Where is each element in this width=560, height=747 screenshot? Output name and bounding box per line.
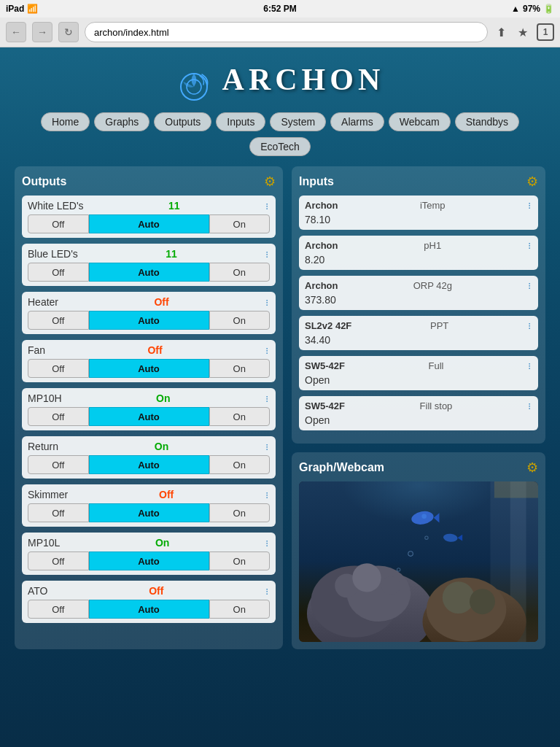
input-sw5-full-filter-icon[interactable]: ⫶ [527, 360, 532, 371]
output-return-row1: Return On ⫶ [28, 441, 270, 452]
white-leds-auto-button[interactable]: Auto [89, 214, 209, 233]
output-skimmer-controls: Off Auto On [28, 503, 270, 522]
outputs-gear-icon[interactable]: ⚙ [264, 174, 276, 190]
input-sl2v2-ppt-name: PPT [430, 320, 448, 331]
output-ato-controls: Off Auto On [28, 600, 270, 619]
heater-on-button[interactable]: On [209, 311, 271, 330]
blue-leds-auto-button[interactable]: Auto [89, 263, 209, 282]
mp10h-auto-button[interactable]: Auto [89, 407, 209, 426]
output-blue-leds-row1: Blue LED's 11 ⫶ [28, 248, 270, 260]
graph-webcam-gear-icon[interactable]: ⚙ [526, 460, 538, 476]
skimmer-auto-button[interactable]: Auto [89, 503, 209, 522]
status-time: 6:52 PM [263, 4, 296, 14]
output-ato-filter-icon[interactable]: ⫶ [265, 586, 270, 597]
mp10h-off-button[interactable]: Off [28, 407, 89, 426]
tab-count[interactable]: 1 [537, 23, 554, 41]
fan-off-button[interactable]: Off [28, 359, 89, 378]
heater-off-button[interactable]: Off [28, 311, 89, 330]
mp10l-on-button[interactable]: On [209, 551, 271, 570]
ato-off-button[interactable]: Off [28, 600, 89, 619]
nav-inputs[interactable]: Inputs [216, 112, 265, 131]
input-sw5-full-name: Full [428, 360, 443, 371]
blue-leds-on-button[interactable]: On [209, 263, 271, 282]
heater-auto-button[interactable]: Auto [89, 311, 209, 330]
input-sw5-fillstop-source: SW5-42F [305, 400, 345, 411]
output-mp10l-filter-icon[interactable]: ⫶ [265, 538, 270, 549]
nav-webcam[interactable]: Webcam [389, 112, 451, 131]
share-button[interactable]: ⬆ [494, 24, 509, 41]
nav-outputs[interactable]: Outputs [154, 112, 211, 131]
page-content: ARCHON Home Graphs Outputs Inputs System… [0, 47, 560, 664]
output-mp10l-controls: Off Auto On [28, 551, 270, 570]
svg-point-15 [470, 589, 495, 614]
back-button[interactable]: ← [6, 22, 26, 42]
fan-on-button[interactable]: On [209, 359, 271, 378]
input-archon-ph1-row1: Archon pH1 ⫶ [305, 240, 532, 251]
output-mp10h-row1: MP10H On ⫶ [28, 392, 270, 404]
input-archon-orp-filter-icon[interactable]: ⫶ [527, 280, 532, 291]
output-fan-filter-icon[interactable]: ⫶ [265, 345, 270, 356]
mp10h-on-button[interactable]: On [209, 407, 271, 426]
inputs-gear-icon[interactable]: ⚙ [526, 174, 538, 190]
nav-ecotech[interactable]: EcoTech [249, 137, 311, 156]
nav-system[interactable]: System [270, 112, 326, 131]
input-archon-itemp-row1: Archon iTemp ⫶ [305, 200, 532, 211]
input-archon-orp-row1: Archon ORP 42g ⫶ [305, 280, 532, 291]
output-blue-leds-filter-icon[interactable]: ⫶ [265, 249, 270, 260]
inputs-panel: Inputs ⚙ Archon iTemp ⫶ 78.10 Archon [292, 166, 545, 444]
browser-actions: ⬆ ★ 1 [494, 23, 554, 41]
status-left: iPad 📶 [6, 4, 38, 14]
input-sw5-fillstop-filter-icon[interactable]: ⫶ [527, 400, 532, 411]
url-bar[interactable]: archon/index.html [85, 22, 488, 42]
nav-standbys[interactable]: Standbys [455, 112, 519, 131]
mp10l-off-button[interactable]: Off [28, 551, 89, 570]
input-archon-orp: Archon ORP 42g ⫶ 373.80 [299, 276, 538, 310]
output-heater-controls: Off Auto On [28, 311, 270, 330]
skimmer-on-button[interactable]: On [209, 503, 271, 522]
svg-point-10 [352, 563, 381, 592]
refresh-button[interactable]: ↻ [58, 22, 79, 42]
logo-icon [176, 69, 212, 105]
input-sl2v2-ppt-filter-icon[interactable]: ⫶ [527, 320, 532, 331]
fan-auto-button[interactable]: Auto [89, 359, 209, 378]
skimmer-off-button[interactable]: Off [28, 503, 89, 522]
output-return-filter-icon[interactable]: ⫶ [265, 441, 270, 452]
outputs-panel: Outputs ⚙ White LED's 11 ⫶ Off Auto On [15, 166, 283, 649]
nav-alarms[interactable]: Alarms [330, 112, 384, 131]
white-leds-off-button[interactable]: Off [28, 214, 89, 233]
return-auto-button[interactable]: Auto [89, 455, 209, 474]
input-sw5-full-row1: SW5-42F Full ⫶ [305, 360, 532, 371]
output-mp10l-row1: MP10L On ⫶ [28, 537, 270, 549]
return-on-button[interactable]: On [209, 455, 271, 474]
output-heater-name: Heater [28, 296, 58, 308]
input-archon-ph1-source: Archon [305, 240, 338, 251]
white-leds-on-button[interactable]: On [209, 214, 271, 233]
carrier-label: iPad [6, 4, 24, 14]
output-skimmer-filter-icon[interactable]: ⫶ [265, 489, 270, 500]
logo-area: ARCHON [15, 55, 545, 112]
output-skimmer-name: Skimmer [28, 489, 68, 500]
battery-icon: 🔋 [543, 4, 554, 14]
output-white-leds-filter-icon[interactable]: ⫶ [265, 201, 270, 212]
output-blue-leds-status: 11 [166, 248, 177, 260]
url-text: archon/index.html [94, 27, 169, 38]
output-heater-filter-icon[interactable]: ⫶ [265, 297, 270, 308]
input-archon-itemp: Archon iTemp ⫶ 78.10 [299, 196, 538, 230]
outputs-title: Outputs [22, 175, 66, 188]
blue-leds-off-button[interactable]: Off [28, 263, 89, 282]
forward-button[interactable]: → [32, 22, 52, 42]
return-off-button[interactable]: Off [28, 455, 89, 474]
input-sw5-fillstop-value: Open [305, 413, 532, 426]
mp10l-auto-button[interactable]: Auto [89, 551, 209, 570]
bookmark-button[interactable]: ★ [515, 24, 531, 41]
nav-home[interactable]: Home [41, 112, 90, 131]
output-mp10h-filter-icon[interactable]: ⫶ [265, 393, 270, 404]
output-ato-row1: ATO Off ⫶ [28, 585, 270, 597]
main-grid: Outputs ⚙ White LED's 11 ⫶ Off Auto On [15, 166, 545, 649]
input-archon-ph1-filter-icon[interactable]: ⫶ [527, 240, 532, 251]
nav-graphs[interactable]: Graphs [94, 112, 149, 131]
ato-auto-button[interactable]: Auto [89, 600, 209, 619]
input-archon-itemp-filter-icon[interactable]: ⫶ [527, 200, 532, 211]
svg-rect-24 [494, 481, 538, 498]
ato-on-button[interactable]: On [209, 600, 271, 619]
